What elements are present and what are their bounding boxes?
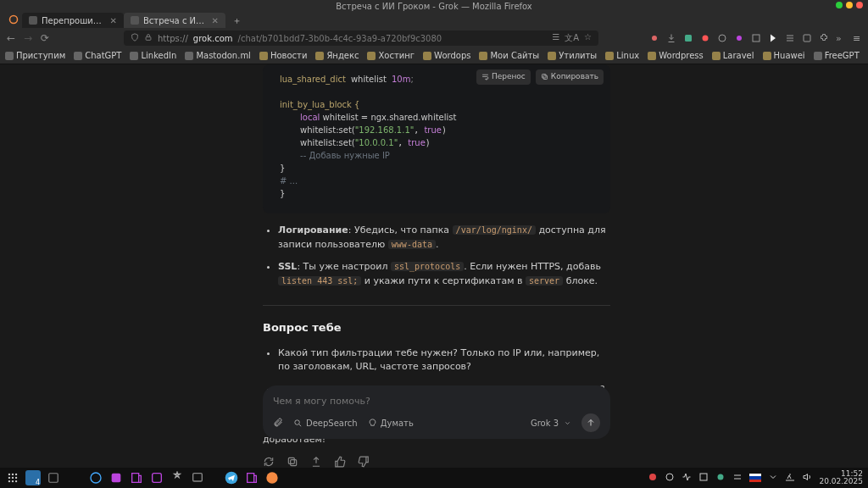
- bookmark-item[interactable]: Laravel: [712, 51, 754, 60]
- bookmark-item[interactable]: Яндекс: [315, 51, 359, 60]
- ext-icon[interactable]: [785, 33, 795, 43]
- taskbar-app-icon[interactable]: [149, 470, 164, 485]
- taskbar-app-icon[interactable]: [244, 470, 259, 485]
- bookmark-item[interactable]: LinkedIn: [130, 51, 176, 60]
- minimize-icon[interactable]: [836, 2, 843, 8]
- volume-icon[interactable]: [802, 472, 812, 484]
- bookmark-label: Яндекс: [326, 51, 359, 60]
- new-tab-button[interactable]: ＋: [225, 14, 248, 27]
- think-chip[interactable]: Думать: [368, 419, 414, 428]
- apps-icon[interactable]: [5, 470, 20, 485]
- bookmarks-bar: ПриступимChatGPTLinkedInMastodon.mlНовос…: [0, 47, 868, 64]
- window-titlebar: Встреча с ИИ Гроком - Grok — Mozilla Fir…: [0, 0, 868, 12]
- taskbar-app-icon[interactable]: [108, 470, 124, 485]
- tray-icon[interactable]: [698, 472, 709, 484]
- bookmark-item[interactable]: Новости: [259, 51, 307, 60]
- ext-icon[interactable]: [717, 33, 727, 43]
- tab-close-icon[interactable]: ✕: [110, 16, 117, 25]
- bookmark-item[interactable]: Утилиты: [548, 51, 597, 60]
- bookmark-favicon: [185, 52, 193, 60]
- bookmark-item[interactable]: Wordops: [423, 51, 470, 60]
- bookmark-item[interactable]: Приступим: [5, 51, 65, 60]
- url-protocol: https://: [158, 34, 188, 43]
- network-icon[interactable]: [785, 472, 795, 484]
- ext-icon[interactable]: [683, 33, 693, 43]
- telegram-icon[interactable]: [224, 470, 239, 485]
- taskbar-app-icon[interactable]: [88, 470, 103, 485]
- ext-icon[interactable]: [751, 33, 761, 43]
- bookmark-item[interactable]: Мои Сайты: [479, 51, 539, 60]
- os-taskbar: 4 11:52 20.02.2025: [0, 468, 868, 488]
- extensions-icon[interactable]: [819, 33, 829, 43]
- maximize-icon[interactable]: [846, 2, 853, 8]
- window-title: Встреча с ИИ Гроком - Grok — Mozilla Fir…: [336, 2, 532, 11]
- bookmark-star-icon[interactable]: ☆: [584, 32, 592, 44]
- workspace-icon[interactable]: 4: [25, 470, 41, 485]
- tab-1[interactable]: Встреча с ИИ Гроком - Gr ✕: [124, 13, 225, 28]
- deepsearch-chip[interactable]: DeepSearch: [293, 419, 358, 428]
- bookmark-label: Новости: [270, 51, 307, 60]
- firefox-icon[interactable]: [264, 470, 280, 485]
- app-menu-icon[interactable]: ≡: [853, 33, 863, 43]
- window-controls[interactable]: [836, 2, 863, 8]
- bookmark-favicon: [259, 52, 268, 60]
- page-content: Перенос Копировать lua_shared_dict white…: [0, 64, 868, 468]
- reader-icon[interactable]: ☰: [552, 32, 559, 44]
- bookmark-label: Linux: [616, 51, 639, 60]
- bookmark-item[interactable]: Mastodon.ml: [185, 51, 251, 60]
- attach-icon[interactable]: [273, 417, 283, 429]
- svg-point-20: [8, 480, 10, 482]
- composer: DeepSearch Думать Grok 3: [263, 385, 610, 439]
- svg-rect-25: [112, 474, 121, 483]
- translate-icon[interactable]: 文A: [565, 32, 579, 44]
- bookmark-item[interactable]: FreeGPT: [814, 51, 860, 60]
- clock[interactable]: 11:52 20.02.2025: [819, 470, 863, 485]
- wrap-button[interactable]: Перенос: [476, 69, 531, 85]
- tab-0[interactable]: Перепрошивка Caterpilla ✕: [22, 13, 124, 28]
- lock-icon[interactable]: [144, 33, 153, 43]
- bookmark-item[interactable]: Wordpress: [648, 51, 704, 60]
- bookmark-item[interactable]: Linux: [605, 51, 639, 60]
- tab-close-icon[interactable]: ✕: [212, 16, 219, 25]
- composer-input[interactable]: [273, 392, 600, 413]
- svg-point-15: [12, 474, 14, 475]
- firefox-menu-icon[interactable]: [5, 14, 22, 27]
- taskbar-app-icon[interactable]: [170, 470, 185, 485]
- browser-toolbar: ← → ⟳ https://grok.com/chat/b701bdd7-3b0…: [0, 29, 868, 47]
- bookmark-label: Wordops: [434, 51, 470, 60]
- list-item: Какой тип фильтрации тебе нужен? Только …: [278, 347, 610, 374]
- ext-icon[interactable]: [768, 33, 778, 43]
- ext-icon[interactable]: [734, 33, 744, 43]
- model-selector[interactable]: Grok 3: [531, 419, 571, 428]
- bookmark-item[interactable]: Huawei: [763, 51, 805, 60]
- tab-label: Встреча с ИИ Гроком - Gr: [143, 16, 208, 25]
- back-button[interactable]: ←: [5, 32, 17, 44]
- send-button[interactable]: [581, 413, 600, 432]
- bookmark-item[interactable]: Хостинг: [367, 51, 415, 60]
- ext-icon[interactable]: [802, 33, 812, 43]
- download-icon[interactable]: [666, 33, 676, 43]
- bookmark-item[interactable]: ChatGPT: [74, 51, 121, 60]
- copy-button[interactable]: Копировать: [536, 69, 604, 85]
- ext-icon[interactable]: [649, 33, 659, 43]
- shield-icon[interactable]: [131, 33, 139, 43]
- ext-icon[interactable]: [700, 33, 710, 43]
- code-content[interactable]: lua_shared_dict whitelist 10m; init_by_l…: [263, 68, 610, 205]
- taskbar-app-icon[interactable]: [190, 470, 205, 485]
- taskbar-app-icon[interactable]: [129, 470, 144, 485]
- svg-point-29: [266, 472, 277, 483]
- tray-icon[interactable]: [648, 472, 658, 484]
- tray-icon[interactable]: [768, 472, 778, 484]
- forward-button[interactable]: →: [22, 32, 34, 44]
- tray-icon[interactable]: [682, 472, 692, 484]
- address-bar[interactable]: https://grok.com/chat/b701bdd7-3b0b-4c4c…: [124, 30, 598, 46]
- taskbar-app-icon[interactable]: [46, 470, 61, 485]
- close-icon[interactable]: [856, 2, 863, 8]
- tray-icon[interactable]: [665, 472, 675, 484]
- svg-point-14: [8, 474, 10, 475]
- tray-icon[interactable]: [732, 472, 743, 484]
- reload-button[interactable]: ⟳: [39, 32, 51, 44]
- keyboard-layout-icon[interactable]: [749, 474, 761, 482]
- overflow-icon[interactable]: »: [836, 33, 846, 43]
- tray-icon[interactable]: [715, 472, 726, 484]
